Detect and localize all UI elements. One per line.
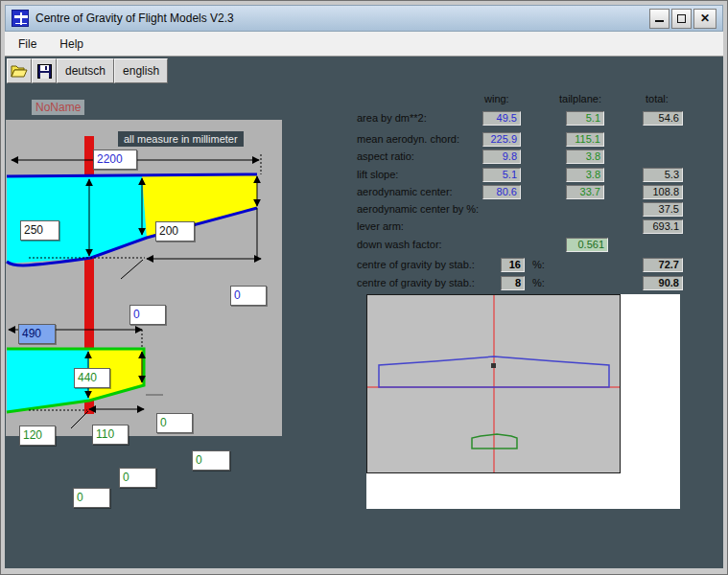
table-row-area: area by dm**2: 49.5 5.1 54.6 <box>355 111 691 126</box>
wing-value: 80.6 <box>482 185 521 199</box>
window-title: Centre of Gravity of Flight Models V2.3 <box>35 12 234 25</box>
total-value: 108.8 <box>643 185 683 199</box>
cg-result-value: 72.7 <box>643 258 683 272</box>
row-label: lift slope: <box>357 169 398 180</box>
cg-marker-dot <box>491 363 496 368</box>
plan-view-diagram <box>367 295 620 472</box>
row-label: aerodynamic center by %: <box>357 203 479 215</box>
total-value: 37.5 <box>643 202 683 217</box>
total-value: 5.3 <box>643 168 683 182</box>
wing-leading-edge <box>7 174 257 176</box>
wing-value: 225.9 <box>482 132 521 147</box>
maximize-button[interactable] <box>671 9 692 29</box>
stability-margin-field[interactable]: 16 <box>501 258 525 272</box>
save-button[interactable] <box>32 58 57 83</box>
total-value: 54.6 <box>643 111 683 126</box>
plan-view-canvas <box>366 294 621 473</box>
table-row-chord: mean aerodyn. chord: 225.9 115.1 <box>355 132 691 147</box>
results-table: wing: tailplane: total: area by dm**2: 4… <box>355 88 691 299</box>
wing-column-header: wing: <box>484 93 509 104</box>
minimize-button[interactable] <box>649 9 669 29</box>
table-row-cg-stab-8: centre of gravity by stab.: 8 %: 90.8 <box>355 276 691 290</box>
tailplane-value: 115.1 <box>566 132 604 147</box>
app-icon <box>12 10 29 27</box>
table-row-cg-stab-16: centre of gravity by stab.: 16 %: 72.7 <box>355 258 691 272</box>
client-area: deutsch english NoName <box>5 57 723 568</box>
menu-help[interactable]: Help <box>54 34 93 55</box>
stab-mid-chord-field[interactable]: 440 <box>74 368 110 388</box>
aux-field-1[interactable]: 0 <box>192 450 230 471</box>
wing-tip-chord-field[interactable]: 200 <box>155 221 195 242</box>
tailplane-value: 5.1 <box>566 111 604 126</box>
downwash-value: 0.561 <box>566 238 608 252</box>
table-row-aero-center-pct: aerodynamic center by %: 37.5 <box>355 202 691 217</box>
wing-inner-panel <box>7 175 147 264</box>
aux-field-3[interactable]: 0 <box>73 488 110 508</box>
app-window: Centre of Gravity of Flight Models V2.3 … <box>0 0 728 575</box>
title-bar[interactable]: Centre of Gravity of Flight Models V2.3 … <box>5 5 723 32</box>
table-row-aspect-ratio: aspect ratio: 9.8 3.8 <box>355 150 691 164</box>
table-row-lift-slope: lift slope: 5.1 3.8 5.3 <box>355 168 691 182</box>
wing-sweep-inner-field[interactable]: 0 <box>129 305 166 325</box>
aux-field-2[interactable]: 0 <box>119 468 156 488</box>
model-name-label: NoName <box>32 100 84 115</box>
geometry-panel: all measure in millimeter <box>6 120 282 436</box>
english-button[interactable]: english <box>114 58 168 83</box>
minimize-icon <box>655 14 664 22</box>
toolbar: deutsch english <box>7 58 168 83</box>
close-button[interactable]: ✕ <box>693 9 716 29</box>
save-floppy-icon <box>37 64 52 79</box>
stability-margin-field[interactable]: 8 <box>501 276 525 290</box>
maximize-icon <box>677 14 686 23</box>
row-label: area by dm**2: <box>357 112 427 124</box>
row-label: centre of gravity by stab.: <box>357 277 475 288</box>
total-value: 693.1 <box>643 219 683 234</box>
tailplane-value: 33.7 <box>566 185 604 199</box>
deutsch-button[interactable]: deutsch <box>57 58 114 83</box>
tailplane-value: 3.8 <box>566 168 604 182</box>
row-label: mean aerodyn. chord: <box>357 133 459 145</box>
close-icon: ✕ <box>700 12 710 25</box>
row-label: aspect ratio: <box>357 150 414 162</box>
stab-root-chord-field[interactable]: 120 <box>19 426 56 446</box>
stab-sweep-field[interactable]: 0 <box>156 413 193 433</box>
table-row-lever-arm: lever arm: 693.1 <box>355 219 691 234</box>
wing-sweep-outer-field[interactable]: 0 <box>230 286 267 306</box>
wing-value: 9.8 <box>482 150 521 164</box>
wing-value: 49.5 <box>482 111 521 126</box>
units-banner: all measure in millimeter <box>118 131 244 147</box>
percent-label: %: <box>532 277 545 288</box>
stab-tip-chord-field[interactable]: 110 <box>92 425 129 445</box>
row-label: lever arm: <box>357 220 404 232</box>
stab-span-field[interactable]: 490 <box>18 324 56 344</box>
percent-label: %: <box>532 259 545 270</box>
menu-bar: File Help <box>5 32 723 57</box>
wing-root-chord-field[interactable]: 250 <box>20 220 59 241</box>
total-column-header: total: <box>646 93 669 104</box>
wing-geometry-diagram <box>6 120 282 436</box>
wing-span-field[interactable]: 2200 <box>93 150 137 170</box>
row-label: down wash factor: <box>357 239 442 250</box>
open-folder-icon <box>11 64 28 78</box>
row-label: aerodynamic center: <box>357 186 453 197</box>
tailplane-column-header: tailplane: <box>559 93 601 104</box>
tailplane-value: 3.8 <box>566 150 604 164</box>
wing-value: 5.1 <box>482 168 521 182</box>
cg-result-value: 90.8 <box>643 276 683 290</box>
plan-view-container <box>366 294 680 509</box>
table-row-downwash: down wash factor: 0.561 <box>355 238 691 252</box>
table-row-aero-center: aerodynamic center: 80.6 33.7 108.8 <box>355 185 691 199</box>
open-file-button[interactable] <box>7 58 32 83</box>
row-label: centre of gravity by stab.: <box>357 259 475 270</box>
menu-file[interactable]: File <box>12 34 46 55</box>
